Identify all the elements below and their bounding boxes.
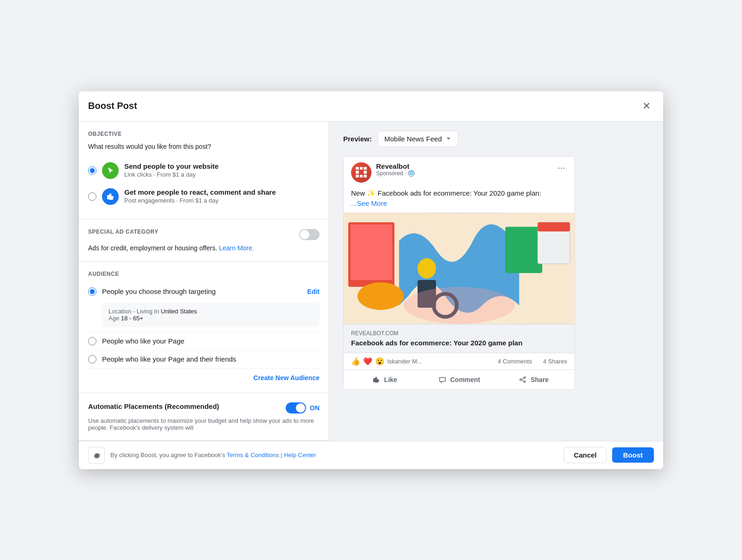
svg-rect-6 [537,222,570,231]
placements-toggle-label: ON [310,404,320,412]
reaction-like-icon: 👍 [351,357,360,366]
svg-point-12 [520,379,522,381]
modal-header: Boost Post ✕ [79,91,663,121]
footer-terms: By clicking Boost, you agree to Facebook… [110,452,558,458]
comments-count: 4 Comments [498,358,532,365]
fb-sponsored-row: Sponsored · 🌐 [376,170,415,177]
svg-line-14 [522,378,524,379]
gear-button[interactable] [88,447,105,464]
reaction-wow-icon: 😮 [375,357,384,366]
audience-option-page-likes[interactable]: People who like your Page [88,332,320,350]
cursor-icon [102,162,119,179]
placements-toggle-group: ON [286,402,320,414]
audience-section-title: AUDIENCE [88,271,320,277]
fb-link-preview: REVEALBOT.COM Facebook ads for ecommerce… [344,324,575,353]
modal-body: OBJECTIVE What results would you like fr… [79,121,663,441]
location-value: United States [161,308,197,315]
objective-option-engage[interactable]: Get more people to react, comment and sh… [88,184,320,210]
audience-radio-page-likes[interactable] [88,337,96,345]
objective-radio-website[interactable] [88,166,96,175]
modal-footer: By clicking Boost, you agree to Facebook… [79,441,663,469]
sponsored-label: Sponsored [376,170,403,177]
fb-post-image [344,213,575,324]
svg-point-3 [358,282,404,310]
see-more-link[interactable]: ...See More [351,199,387,207]
placements-section: Automatic Placements (Recommended) ON Us… [79,393,329,441]
svg-rect-4 [505,227,543,273]
fb-link-domain: REVEALBOT.COM [351,330,567,337]
fb-actions-row: Like Comment Share [344,369,575,389]
placements-description: Use automatic placements to maximize you… [88,417,320,431]
placements-toggle-slider [286,402,306,414]
fb-comment-button[interactable]: Comment [422,372,497,388]
audience-edit-link[interactable]: Edit [307,288,320,295]
svg-point-13 [524,381,526,383]
preview-label: Preview: [343,135,372,143]
audience-radio-page-friends[interactable] [88,355,96,363]
placements-title: Automatic Placements (Recommended) [88,402,219,410]
svg-rect-2 [351,224,392,280]
svg-line-15 [522,380,524,382]
fb-link-title: Facebook ads for ecommerce: Your 2020 ga… [351,338,567,348]
preview-dropdown-value: Mobile News Feed [384,135,442,143]
toggle-slider [299,229,320,240]
shares-count: 4 Shares [543,358,567,365]
audience-option-page-friends[interactable]: People who like your Page and their frie… [88,350,320,369]
gear-icon [92,451,101,459]
audience-radio-targeting[interactable] [88,287,96,296]
fb-post-text: New ✨ Facebook ads for ecommerce: Your 2… [344,188,575,213]
objective-subtitle: What results would you like from this po… [88,143,320,150]
create-audience-link[interactable]: Create New Audience [253,374,320,382]
targeting-details: Location - Living In United States Age 1… [102,302,320,327]
thumbs-up-icon [102,188,119,205]
cancel-button[interactable]: Cancel [564,447,606,463]
page-avatar [351,162,371,183]
objective-section: OBJECTIVE What results would you like fr… [79,121,329,219]
location-label: Location - Living In [109,308,159,315]
terms-conditions-link[interactable]: Terms & Conditions [227,452,279,458]
like-icon [372,375,380,384]
placements-toggle[interactable] [286,402,306,414]
reaction-user: Iskander M... [387,358,422,365]
special-ad-title: SPECIAL AD CATEGORY [88,229,159,235]
objective-section-title: OBJECTIVE [88,131,320,137]
reaction-heart-icon: ❤️ [363,357,372,366]
placements-header: Automatic Placements (Recommended) ON [88,402,320,414]
revealbot-logo-grid [356,167,367,178]
left-panel: OBJECTIVE What results would you like fr… [79,121,329,441]
comment-icon [438,375,447,384]
objective-website-text: Send people to your website Link clicks … [124,162,218,178]
help-center-link[interactable]: Help Center [284,452,316,458]
audience-option-targeting[interactable]: People you choose through targeting Edit [88,283,320,300]
svg-point-10 [403,286,514,324]
objective-engage-text: Get more people to react, comment and sh… [124,188,276,204]
fb-like-button[interactable]: Like [347,372,422,388]
fb-card-header: Revealbot Sponsored · 🌐 ··· [344,157,575,188]
audience-section: AUDIENCE People you choose through targe… [79,261,329,393]
fb-page-name: Revealbot [376,162,415,170]
special-ad-toggle[interactable] [299,229,320,240]
audience-page-friends-label: People who like your Page and their frie… [102,355,320,363]
fb-more-button[interactable]: ··· [556,162,567,173]
audience-targeting-label: People you choose through targeting [102,287,307,295]
fb-post-card: Revealbot Sponsored · 🌐 ··· New ✨ Facebo… [343,156,575,390]
svg-point-7 [417,258,436,279]
special-ad-section: SPECIAL AD CATEGORY Ads for credit, empl… [79,219,329,261]
age-label: Age [109,315,119,322]
preview-dropdown[interactable]: Mobile News Feed [377,131,458,147]
preview-header: Preview: Mobile News Feed [343,131,649,147]
learn-more-link[interactable]: Learn More. [219,244,254,252]
fb-image-artwork [344,213,575,324]
fb-reactions-row: 👍 ❤️ 😮 Iskander M... 4 Comments 4 Shares [344,353,575,369]
fb-image-svg [344,213,575,324]
svg-point-11 [524,377,526,379]
boost-post-modal: Boost Post ✕ OBJECTIVE What results woul… [79,91,663,469]
special-ad-description: Ads for credit, employment or housing of… [88,244,320,252]
boost-button[interactable]: Boost [612,447,654,463]
fb-share-button[interactable]: Share [496,372,571,388]
close-button[interactable]: ✕ [639,99,654,114]
globe-icon: 🌐 [408,170,415,177]
audience-page-likes-label: People who like your Page [102,337,320,345]
objective-radio-engage[interactable] [88,192,96,201]
objective-option-website[interactable]: Send people to your website Link clicks … [88,158,320,184]
